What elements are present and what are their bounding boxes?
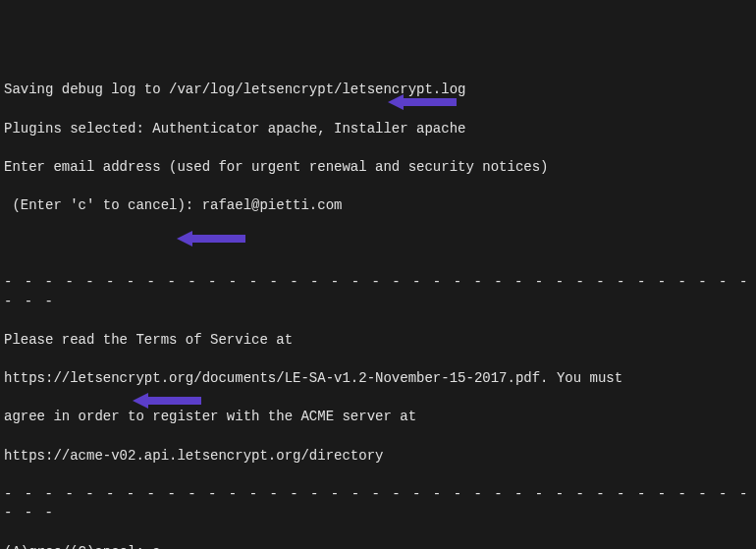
divider: - - - - - - - - - - - - - - - - - - - - … [4, 485, 752, 523]
agree-prompt-line[interactable]: (A)gree/(C)ancel: a [4, 543, 752, 549]
tos-line-1: Please read the Terms of Service at [4, 331, 752, 351]
tos-line-3: agree in order to register with the ACME… [4, 408, 752, 427]
email-entry-line[interactable]: (Enter 'c' to cancel): rafael@pietti.com [4, 196, 752, 216]
agree-prompt: (A)gree/(C)ancel: [4, 544, 152, 549]
email-prompt-line: Enter email address (used for urgent ren… [4, 158, 752, 178]
plugins-line: Plugins selected: Authenticator apache, … [4, 120, 752, 139]
tos-line-4: https://acme-v02.api.letsencrypt.org/dir… [4, 447, 752, 467]
svg-marker-2 [133, 393, 201, 409]
arrow-icon [388, 54, 457, 74]
agree-answer: a [152, 544, 160, 549]
cancel-hint: (Enter 'c' to cancel): [4, 197, 202, 213]
debug-log-line: Saving debug log to /var/log/letsencrypt… [4, 81, 752, 100]
divider: - - - - - - - - - - - - - - - - - - - - … [4, 273, 752, 311]
email-value: rafael@pietti.com [202, 197, 343, 213]
tos-line-2: https://letsencrypt.org/documents/LE-SA-… [4, 369, 752, 389]
